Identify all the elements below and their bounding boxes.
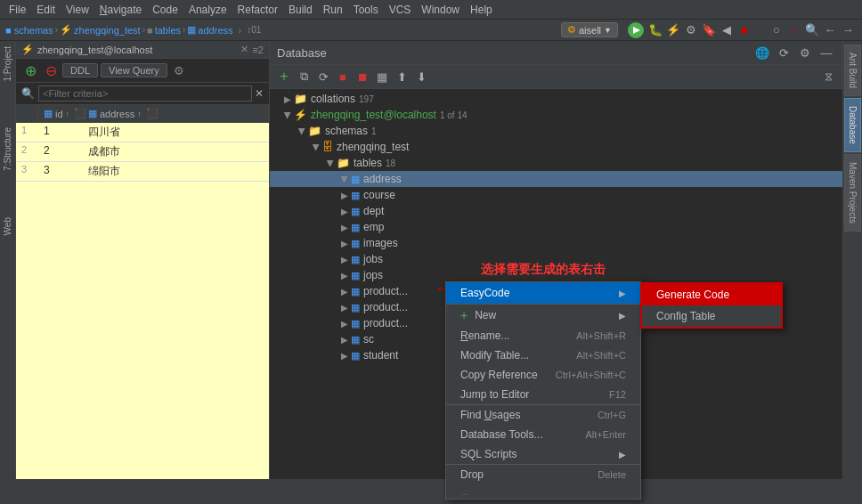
nav-fwd-icon[interactable]: → [839,21,857,39]
db-refresh-icon[interactable]: ⟳ [314,68,332,85]
tree-collations[interactable]: ▶ 📁 collations 197 [270,91,842,107]
context-menu-find[interactable]: Find Usages Ctrl+G [446,404,640,425]
table-grid-icon: ▦ [351,190,360,201]
filter-clear-icon[interactable]: ✕ [255,87,264,100]
tree-table-course[interactable]: ▶ ▦ course [270,187,842,203]
stop-icon[interactable]: ■ [736,21,753,39]
ext1-icon[interactable]: ○ [768,21,785,39]
close-tab-icon[interactable]: ✕ [240,44,248,55]
db-view-icon[interactable]: ▦ [373,68,391,85]
db-import-icon[interactable]: ⬇ [412,68,430,85]
context-menu-copy-ref[interactable]: Copy Reference Ctrl+Alt+Shift+C [446,365,640,385]
db-copy-icon[interactable]: ⧉ [295,68,313,85]
breadcrumb-tables[interactable]: tables [155,25,181,36]
context-menu-new[interactable]: + New ▶ [446,304,640,326]
db-add-icon[interactable]: + [275,68,293,85]
context-menu-sql-scripts[interactable]: SQL Scripts ▶ [446,444,640,464]
menu-view[interactable]: View [61,2,94,18]
db-stop-icon[interactable]: ⏹ [354,68,371,85]
ddl-button[interactable]: DDL [62,63,98,77]
menu-vcs[interactable]: VCS [384,2,417,18]
context-menu-modify[interactable]: Modify Table... Alt+Shift+C [446,345,640,365]
run-button[interactable] [628,22,644,38]
profile-icon[interactable]: ⚡ [664,21,682,39]
split-icon[interactable]: ≡2 [252,45,264,55]
table-grid-icon: ▦ [351,206,360,217]
view-query-button[interactable]: View Query [101,63,167,77]
add-row-icon[interactable]: ⊕ [21,61,39,79]
panel-header: ⚡ zhengqing_test@localhost ✕ ≡2 [16,41,269,59]
tree-db-root[interactable]: ▶ ⚡ zhengqing_test@localhost 1 of 14 [270,107,842,123]
web-tab[interactable]: Web [1,212,14,240]
tree-tables[interactable]: ▶ 📁 tables 18 [270,155,842,171]
panel-settings-icon[interactable]: ⚙ [796,44,814,61]
ext2-icon[interactable]: ○ [785,21,803,39]
filter-input[interactable] [38,85,252,102]
bookmark-icon[interactable]: 🔖 [700,21,718,39]
breadcrumb-address[interactable]: address [198,25,232,36]
settings-gear-icon[interactable]: ⚙ [170,61,188,79]
ant-build-tab[interactable]: Ant Build [844,45,861,96]
tree-table-address[interactable]: ▶ ▦ address [270,171,842,187]
tree-schemas[interactable]: ▶ 📁 schemas 1 [270,123,842,139]
th-id[interactable]: ▦ id ↑ ⬛ [38,105,83,122]
maven-projects-tab[interactable]: Maven Projects [844,154,861,232]
th-rownum [16,105,38,122]
table-row[interactable]: 1 1 四川省 [16,123,269,142]
nav-back-icon[interactable]: ← [821,21,839,39]
db-filter-icon[interactable]: ⧖ [819,68,837,85]
filter-row: 🔍 ✕ [16,83,269,105]
menu-edit[interactable]: Edit [31,2,61,18]
menu-help[interactable]: Help [465,2,498,18]
structure-tab[interactable]: 7:Structure [1,122,14,176]
bug-icon[interactable]: 🐛 [646,21,664,39]
menu-run[interactable]: Run [318,2,348,18]
submenu-config-table[interactable]: Config Table [642,305,781,327]
database-tab[interactable]: Database [844,98,861,152]
tree-table-dept[interactable]: ▶ ▦ dept [270,203,842,219]
db-export-icon[interactable]: ⬆ [393,68,411,85]
context-menu-drop[interactable]: Drop Delete [446,464,640,484]
menu-window[interactable]: Window [416,2,465,18]
sql-submenu-arrow-icon: ▶ [619,450,626,459]
th-address[interactable]: ▦ address ↑ ⬛ [83,105,269,122]
breadcrumb-zhengqing[interactable]: zhengqing_test [74,25,141,36]
context-menu-jump[interactable]: Jump to Editor F12 [446,385,640,404]
panel-actions: 🌐 ⟳ ⚙ — [753,44,835,61]
menu-tools[interactable]: Tools [348,2,384,18]
back-icon[interactable]: ◀ [718,21,736,39]
context-menu-rename[interactable]: Rename... Alt+Shift+R [446,326,640,345]
search-icon[interactable]: 🔍 [803,21,821,39]
tree-table-jobs[interactable]: ▶ ▦ jobs [270,251,842,267]
schema-icon: 🗄 [322,141,333,153]
tree-table-emp[interactable]: ▶ ▦ emp [270,219,842,235]
menu-file[interactable]: File [4,2,31,18]
menu-code[interactable]: Code [147,2,183,18]
database-title: Database [277,46,327,60]
aisell-dropdown[interactable]: ⚙ aisell ▼ [561,22,618,37]
grid-toolbar: ⊕ ⊖ DDL View Query ⚙ [16,59,269,83]
db-remove-icon[interactable]: ■ [334,68,352,85]
refresh-icon[interactable]: ⟳ [775,44,793,61]
menu-build[interactable]: Build [283,2,318,18]
menu-analyze[interactable]: Analyze [183,2,232,18]
table-grid-icon: ▦ [351,286,360,297]
right-sidebar: Ant Build Database Maven Projects [842,41,862,479]
settings-icon[interactable]: ⚙ [682,21,700,39]
context-menu-more: ... [446,484,640,499]
submenu-generate-code[interactable]: Generate Code [642,284,781,305]
context-menu-easycode[interactable]: EasyCode ▶ Generate Code Config Table [446,282,640,304]
tree-table-images[interactable]: ▶ ▦ images [270,235,842,251]
table-row[interactable]: 3 3 绵阳市 [16,162,269,182]
project-tab[interactable]: 1:Project [1,41,14,86]
remove-row-icon[interactable]: ⊖ [42,61,60,79]
menu-refactor[interactable]: Refactor [232,2,283,18]
breadcrumb-schemas[interactable]: schemas [14,25,53,36]
table-row[interactable]: 2 2 成都市 [16,142,269,162]
menu-navigate[interactable]: Navigate [94,2,147,18]
globe-icon[interactable]: 🌐 [753,44,771,61]
context-menu-db-tools[interactable]: Database Tools... Alt+Enter [446,425,640,444]
table-grid-icon: ▦ [351,254,360,265]
tree-schema-zhengqing[interactable]: ▶ 🗄 zhengqing_test [270,139,842,155]
panel-minimize-icon[interactable]: — [817,44,835,61]
